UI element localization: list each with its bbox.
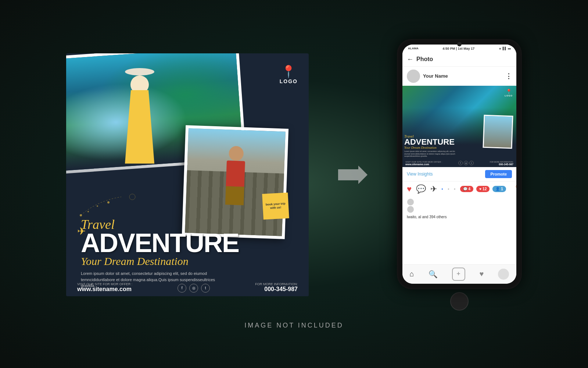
- main-container: book your trip with us! 📍 LOGO ✈ Travel …: [0, 39, 588, 311]
- photo-title: Photo: [416, 56, 433, 63]
- svg-point-2: [97, 205, 98, 207]
- post-logo: 📍 LOGO: [505, 89, 513, 97]
- back-button[interactable]: ←: [407, 56, 413, 63]
- sticky-note-text: book your trip with us!: [264, 202, 287, 210]
- more-options-button[interactable]: ⋮: [505, 72, 512, 80]
- post-phone-number: 000-345-987: [490, 163, 513, 166]
- share-button[interactable]: ✈: [430, 184, 437, 194]
- promote-button[interactable]: Promote: [485, 170, 512, 178]
- post-logo-text: LOGO: [505, 95, 513, 97]
- logo-text: LOGO: [280, 78, 298, 84]
- heart-badge: ♥ 12: [476, 186, 490, 192]
- left-card: book your trip with us! 📍 LOGO ✈ Travel …: [66, 53, 309, 296]
- man-head: [229, 146, 244, 161]
- phone-home-button[interactable]: [450, 292, 469, 311]
- instagram-icon[interactable]: ◎: [189, 284, 198, 293]
- post-secondary-photo: [483, 114, 513, 149]
- post-phone-label: FOR MORE INFORMATION:: [490, 161, 513, 163]
- person-badge: 👤 1: [492, 186, 506, 192]
- man-figure: [225, 146, 246, 205]
- battery-icon: ▬: [508, 47, 511, 50]
- post-footer-social: f ◎ t: [458, 161, 474, 165]
- post-twitter-icon[interactable]: t: [469, 161, 474, 165]
- post-footer-site: VISIT OUR SITE FOR MOR OFFER : www.siten…: [405, 161, 442, 166]
- post-footer-phone: VISIT OUR SITE FOR MOR OFFER : www.siten…: [402, 159, 516, 167]
- post-image: 📍 LOGO Travel ADVENTURE Your Dream Desti…: [402, 86, 516, 159]
- heart-nav-button[interactable]: ♥: [480, 270, 484, 278]
- post-site-label: VISIT OUR SITE FOR MOR OFFER :: [405, 161, 442, 163]
- post-description: Lorem ipsum dolor sit amet, consectetur …: [404, 150, 456, 158]
- phone-number: 000-345-987: [255, 286, 298, 293]
- view-insights-button[interactable]: View Insights: [407, 171, 433, 177]
- liked-avatars: lwaito, al and 394 others: [407, 198, 512, 220]
- status-icons: ▲ ▌▌ ▬: [499, 47, 511, 50]
- svg-point-4: [129, 194, 135, 200]
- facebook-icon[interactable]: f: [178, 284, 186, 293]
- dot-inactive: ●: [448, 187, 449, 191]
- site-info: VISIT OUR SITE FOR MOR OFFER : www.siten…: [77, 282, 132, 293]
- phone-info: FOR MORE INFORMATION: 000-345-987: [255, 282, 298, 293]
- liked-by-text: lwaito, al and 394 others: [407, 215, 447, 219]
- man-body: [226, 160, 245, 187]
- social-icons-group: f ◎ t: [178, 284, 210, 293]
- bottom-label: IMAGE NOT INCLUDED: [244, 322, 344, 329]
- comment-button[interactable]: 💬: [416, 184, 426, 194]
- user-avatar: [407, 70, 420, 83]
- liked-avatar-1: [407, 198, 414, 206]
- logo-area: 📍 LOGO: [280, 64, 298, 84]
- woman-body: [125, 90, 154, 164]
- heart-count: 12: [483, 187, 487, 191]
- post-user-row: Your Name ⋮: [402, 67, 516, 86]
- man-bottom: [225, 186, 244, 205]
- post-adventure-text: ADVENTURE: [404, 138, 456, 146]
- comment-badge: 💬 4: [460, 186, 474, 192]
- post-facebook-icon[interactable]: f: [458, 161, 463, 165]
- insights-row: View Insights Promote: [402, 167, 516, 181]
- phone-camera: [457, 42, 462, 46]
- phone-frame: ALAMA 4:50 PM | 1st May 17 ▲ ▌▌ ▬ ← Phot…: [397, 39, 522, 289]
- adventure-text: ADVENTURE: [81, 231, 298, 255]
- home-nav-button[interactable]: ⌂: [410, 270, 414, 278]
- user-name-text: Your Name: [423, 73, 502, 79]
- post-footer-phone-info: FOR MORE INFORMATION: 000-345-987: [490, 161, 513, 166]
- arrow-container: [338, 166, 368, 184]
- action-row: ♥ 💬 ✈ ● ● ● 💬 4 ♥ 12: [402, 181, 516, 197]
- woman-figure: [110, 75, 169, 204]
- post-instagram-icon[interactable]: ◎: [464, 161, 468, 165]
- dot-active: ●: [441, 187, 443, 191]
- add-nav-button[interactable]: +: [452, 268, 465, 281]
- person-count: 1: [501, 187, 503, 191]
- carrier-text: ALAMA: [408, 47, 419, 50]
- site-url: www.sitename.com: [77, 286, 132, 293]
- post-site-url: www.sitename.com: [405, 163, 442, 166]
- arrow-icon: [338, 166, 368, 184]
- phone-bottom-nav: ⌂ 🔍 + ♥: [402, 264, 516, 284]
- phone-screen: ALAMA 4:50 PM | 1st May 17 ▲ ▌▌ ▬ ← Phot…: [402, 45, 516, 284]
- reactions-group: 💬 4 ♥ 12 👤 1: [460, 186, 506, 192]
- svg-point-3: [107, 201, 110, 204]
- post-logo-pin-icon: 📍: [505, 89, 513, 95]
- twitter-icon[interactable]: t: [201, 284, 210, 293]
- search-nav-button[interactable]: 🔍: [429, 270, 438, 279]
- ig-header: ← Photo: [402, 53, 516, 67]
- sticky-note: book your trip with us!: [262, 192, 289, 220]
- bookmark-button[interactable]: 🔖: [515, 185, 516, 194]
- post-text-area: Travel ADVENTURE Your Dream Destination …: [404, 134, 456, 157]
- signal-icon: ▌▌: [503, 47, 507, 50]
- svg-marker-5: [338, 166, 368, 184]
- phone-label: FOR MORE INFORMATION:: [255, 282, 298, 286]
- location-pin-icon: 📍: [280, 64, 298, 78]
- woman-hat: [125, 68, 154, 75]
- phone-container: ALAMA 4:50 PM | 1st May 17 ▲ ▌▌ ▬ ← Phot…: [397, 39, 522, 311]
- comment-count: 4: [469, 187, 471, 191]
- card-footer: VISIT OUR SITE FOR MOR OFFER : www.siten…: [66, 279, 309, 296]
- like-button[interactable]: ♥: [407, 184, 412, 194]
- liked-by-row: lwaito, al and 394 others: [402, 197, 516, 222]
- time-text: 4:50 PM | 1st May 17: [442, 47, 474, 50]
- profile-nav-button[interactable]: [498, 269, 509, 280]
- wifi-icon: ▲: [499, 47, 502, 50]
- liked-avatar-2: [407, 206, 414, 213]
- dot-inactive-2: ●: [454, 187, 456, 191]
- site-label: VISIT OUR SITE FOR MOR OFFER :: [77, 282, 132, 286]
